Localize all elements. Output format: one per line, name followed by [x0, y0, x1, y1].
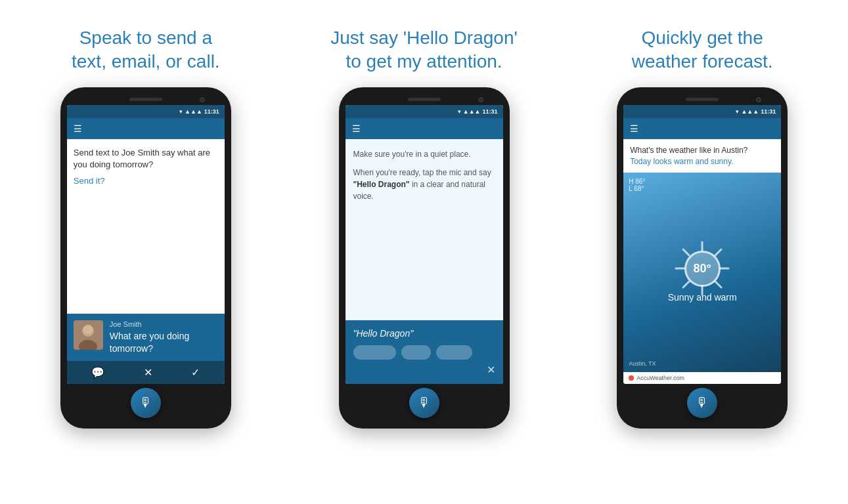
phone-3-bottom: 🎙: [623, 384, 781, 421]
main-container: Speak to send atext, email, or call. ▾ ▲…: [0, 0, 848, 504]
phone-camera: [200, 97, 205, 102]
mic-button-3[interactable]: 🎙: [687, 388, 717, 418]
contact-info: Joe Smith What are you doing tomorrow?: [110, 320, 218, 354]
wifi-icon: ▾: [179, 108, 183, 115]
status-icons-1: ▾ ▲▲▲ 11:31: [179, 108, 219, 115]
weather-display: H 86° L 68°: [623, 173, 781, 372]
app-bar-1: ☰: [67, 118, 225, 139]
signal-icon: ▲▲▲: [185, 108, 202, 115]
voice-bar-1: [353, 345, 396, 360]
chat-icon[interactable]: 💬: [91, 366, 104, 379]
weather-high-low: H 86° L 68°: [629, 178, 776, 192]
accu-weather-bar: AccuWeather.com: [623, 372, 781, 384]
phone-2-speaker: [408, 98, 441, 101]
screen1-content: Send text to Joe Smith say what are you …: [67, 139, 225, 384]
panel-1: Speak to send atext, email, or call. ▾ ▲…: [7, 13, 285, 491]
screen3-content: What's the weather like in Austin? Today…: [623, 139, 781, 384]
accu-dot: [629, 375, 634, 381]
hamburger-icon-1: ☰: [74, 123, 82, 134]
wifi-icon-2: ▾: [458, 108, 461, 115]
svg-line-11: [683, 282, 689, 287]
message-text: Send text to Joe Smith say what are you …: [74, 147, 218, 171]
app-bar-3: ☰: [623, 118, 781, 139]
temperature-circle: 80°: [684, 251, 721, 287]
mic-button-2[interactable]: 🎙: [409, 388, 439, 418]
instruction-1: Make sure you're in a quiet place.: [353, 148, 495, 160]
phone-3-top: [623, 95, 781, 105]
status-time-2: 11:31: [482, 108, 497, 115]
wifi-icon-3: ▾: [736, 108, 739, 115]
phone-2-screen: ▾ ▲▲▲ 11:31 ☰ Make sure you're in a quie…: [346, 105, 503, 384]
mic-icon-2: 🎙: [418, 395, 431, 410]
sun-container: 80° Sunny and warm: [629, 196, 776, 358]
svg-line-9: [715, 282, 721, 287]
mic-button-1[interactable]: 🎙: [131, 388, 161, 418]
weather-query: What's the weather like in Austin? Today…: [623, 139, 781, 173]
hello-dragon-text: "Hello Dragon": [353, 328, 495, 339]
phone-1-screen: ▾ ▲▲▲ 11:31 ☰ Send text to Joe Smith say…: [67, 105, 225, 384]
phone-3: ▾ ▲▲▲ 11:31 ☰ What's the weather like in…: [617, 87, 788, 429]
phone-1: ▾ ▲▲▲ 11:31 ☰ Send text to Joe Smith say…: [60, 87, 231, 429]
phone-2-top: [346, 95, 503, 105]
panel-3: Quickly get theweather forecast. ▾ ▲▲▲ 1…: [563, 13, 841, 491]
listening-area: "Hello Dragon" ✕: [346, 320, 503, 384]
phone-1-bottom: 🎙: [67, 384, 225, 421]
weather-answer: Today looks warm and sunny.: [630, 157, 774, 166]
weather-question: What's the weather like in Austin?: [630, 146, 774, 155]
panel-1-title: Speak to send atext, email, or call.: [72, 26, 220, 74]
status-bar-2: ▾ ▲▲▲ 11:31: [346, 105, 503, 118]
sun-graphic: 80°: [684, 251, 721, 287]
phone-speaker: [129, 98, 162, 101]
contact-name: Joe Smith: [110, 320, 218, 328]
status-icons-3: ▾ ▲▲▲ 11:31: [736, 108, 776, 115]
phone-2-bottom: 🎙: [346, 384, 503, 421]
weather-high: H 86°: [629, 178, 645, 185]
status-bar-1: ▾ ▲▲▲ 11:31: [67, 105, 225, 118]
instructions-area: Make sure you're in a quiet place. When …: [346, 139, 503, 320]
phone-1-top: [67, 95, 225, 105]
voice-bar-2: [401, 345, 431, 360]
phone-2-camera: [478, 97, 483, 102]
message-preview: Joe Smith What are you doing tomorrow?: [67, 314, 225, 360]
phone-2: ▾ ▲▲▲ 11:31 ☰ Make sure you're in a quie…: [339, 87, 510, 429]
signal-icon-2: ▲▲▲: [463, 108, 481, 115]
status-time-1: 11:31: [204, 108, 219, 115]
phone-3-screen: ▾ ▲▲▲ 11:31 ☰ What's the weather like in…: [623, 105, 781, 384]
voice-bar-3: [436, 345, 472, 360]
phone-3-camera: [756, 97, 761, 102]
status-icons-2: ▾ ▲▲▲ 11:31: [458, 108, 498, 115]
mic-icon-1: 🎙: [139, 395, 152, 410]
contact-avatar: [74, 320, 103, 350]
signal-icon-3: ▲▲▲: [741, 108, 759, 115]
action-bar: 💬 ✕ ✓: [67, 361, 225, 384]
status-time-3: 11:31: [761, 108, 776, 115]
avatar-inner: [74, 320, 103, 350]
instruction-2-prefix: When you're ready, tap the mic and say: [353, 168, 491, 177]
app-bar-2: ☰: [346, 118, 503, 139]
hamburger-icon-3: ☰: [630, 123, 638, 134]
message-compose: Send text to Joe Smith say what are you …: [67, 139, 225, 314]
hamburger-icon-2: ☰: [352, 123, 361, 134]
weather-location: Austin, TX: [629, 360, 776, 367]
instruction-2: When you're ready, tap the mic and say "…: [353, 167, 495, 202]
temperature-value: 80°: [694, 262, 711, 276]
panel-2: Just say 'Hello Dragon'to get my attenti…: [285, 13, 564, 491]
confirm-icon[interactable]: ✓: [191, 366, 200, 379]
send-it-link[interactable]: Send it?: [74, 176, 218, 186]
svg-line-8: [683, 249, 689, 255]
cancel-icon[interactable]: ✕: [144, 366, 152, 379]
avatar-svg: [74, 320, 103, 350]
voice-bars: [353, 345, 495, 360]
close-button[interactable]: ✕: [353, 364, 495, 376]
instruction-2-bold: "Hello Dragon": [353, 180, 410, 189]
panel-3-title: Quickly get theweather forecast.: [632, 26, 773, 74]
mic-icon-3: 🎙: [696, 395, 709, 410]
svg-point-3: [83, 325, 93, 334]
weather-low: L 68°: [629, 185, 644, 192]
svg-line-10: [715, 249, 721, 255]
phone-3-speaker: [686, 98, 719, 101]
status-bar-3: ▾ ▲▲▲ 11:31: [623, 105, 781, 118]
panel-2-title: Just say 'Hello Dragon'to get my attenti…: [330, 26, 518, 74]
screen2-content: Make sure you're in a quiet place. When …: [346, 139, 503, 384]
contact-message: What are you doing tomorrow?: [110, 330, 218, 354]
